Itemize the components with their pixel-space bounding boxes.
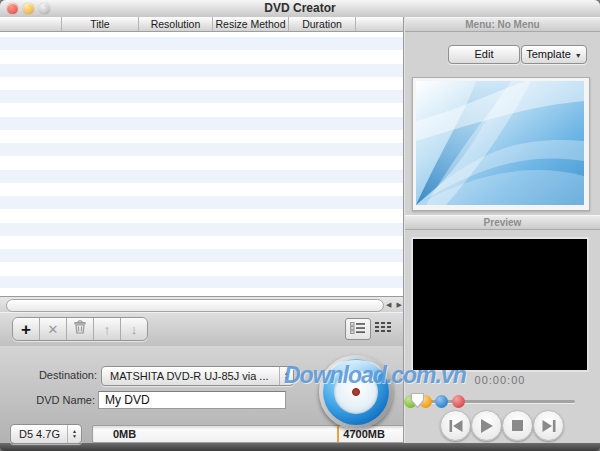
capacity-limit-marker <box>337 426 339 442</box>
column-title[interactable]: Title <box>62 17 139 31</box>
seek-track[interactable] <box>407 400 575 403</box>
next-button[interactable] <box>533 410 564 441</box>
add-file-button[interactable]: + <box>13 318 40 340</box>
destination-label: Destination: <box>0 369 97 381</box>
arrow-up-icon: ↑ <box>104 323 111 336</box>
destination-stepper[interactable]: ▲ ▼ <box>279 367 293 385</box>
destination-dropdown[interactable]: MATSHITA DVD-R UJ-85J via ... ▲ ▼ <box>101 366 294 386</box>
edit-menu-button[interactable]: Edit <box>448 45 520 64</box>
skip-back-icon <box>449 420 463 432</box>
column-resolution[interactable]: Resolution <box>139 17 213 31</box>
capacity-total-label: 4700MB <box>343 427 385 441</box>
scroll-left-icon[interactable]: ◀ <box>386 299 391 310</box>
list-view-icon <box>350 320 366 338</box>
dvd-name-input[interactable] <box>98 391 286 409</box>
grid-view-icon <box>375 319 391 337</box>
edit-button-group: + ✕ ↑ ↓ <box>12 317 148 341</box>
dvd-name-label: DVD Name: <box>0 394 95 406</box>
capacity-used-label: 0MB <box>113 427 136 441</box>
zoom-button[interactable] <box>39 3 50 14</box>
arrow-down-icon: ↓ <box>131 323 138 336</box>
edit-menu-button-label: Edit <box>475 48 494 60</box>
hscrollbar-track[interactable] <box>6 299 384 312</box>
table-header: Title Resolution Resize Method Duration <box>0 17 403 32</box>
move-down-button[interactable]: ↓ <box>121 318 147 340</box>
column-resize-method[interactable]: Resize Method <box>213 17 289 31</box>
thumbnail-view-button[interactable] <box>371 318 395 338</box>
detail-view-button[interactable] <box>345 318 371 340</box>
chapter-dot-blue <box>435 395 448 408</box>
stepper-down-icon: ▼ <box>284 376 289 381</box>
stop-button[interactable] <box>502 410 533 441</box>
hscrollbar-arrows: ◀ ▶ <box>386 299 402 310</box>
hscrollbar-row: ◀ ▶ <box>0 297 403 312</box>
column-duration[interactable]: Duration <box>289 17 356 31</box>
burn-button-gloss <box>331 360 381 382</box>
destination-value: MATSHITA DVD-R UJ-85J via ... <box>102 370 279 382</box>
x-icon: ✕ <box>48 323 59 336</box>
stop-icon <box>512 420 523 431</box>
window-title: DVD Creator <box>0 0 600 17</box>
template-waves-image <box>416 81 584 205</box>
dropdown-arrow-icon: ▼ <box>575 52 582 59</box>
disc-hub-dot <box>352 388 360 396</box>
column-spacer <box>356 17 403 31</box>
skip-forward-icon <box>542 420 556 432</box>
titlebar: DVD Creator <box>0 0 600 18</box>
chapter-dot-red <box>452 395 465 408</box>
plus-icon: + <box>21 321 31 338</box>
disc-type-value: D5 4.7G <box>11 428 67 440</box>
column-thumbnail[interactable] <box>0 17 62 31</box>
dvd-creator-window: DVD Creator Title Resolution Resize Meth… <box>0 0 600 451</box>
close-button[interactable] <box>7 3 18 14</box>
play-button[interactable] <box>471 410 502 441</box>
title-list[interactable] <box>0 32 403 297</box>
playback-time: 00:00:00 <box>440 374 560 386</box>
trash-icon <box>74 320 86 338</box>
stepper-down-icon: ▼ <box>72 434 77 439</box>
remove-file-button[interactable]: ✕ <box>40 318 67 340</box>
playhead-marker[interactable] <box>410 392 425 413</box>
menu-template-preview <box>412 77 590 211</box>
video-preview <box>413 239 587 370</box>
window-bottom-edge <box>0 443 600 451</box>
template-button-label: Template <box>526 48 571 60</box>
disc-type-dropdown[interactable]: D5 4.7G ▲ ▼ <box>10 424 82 444</box>
list-toolbar: + ✕ ↑ ↓ <box>0 312 403 347</box>
disc-type-stepper[interactable]: ▲ ▼ <box>67 425 81 443</box>
burn-button[interactable] <box>319 355 393 429</box>
preview-section-header: Preview <box>405 215 600 230</box>
template-button[interactable]: Template▼ <box>521 45 587 64</box>
play-icon <box>481 419 493 433</box>
scroll-right-icon[interactable]: ▶ <box>397 299 402 310</box>
minimize-button[interactable] <box>23 3 34 14</box>
clear-list-button[interactable] <box>67 318 94 340</box>
previous-button[interactable] <box>440 410 471 441</box>
move-up-button[interactable]: ↑ <box>94 318 121 340</box>
menu-section-header: Menu: No Menu <box>405 17 600 32</box>
